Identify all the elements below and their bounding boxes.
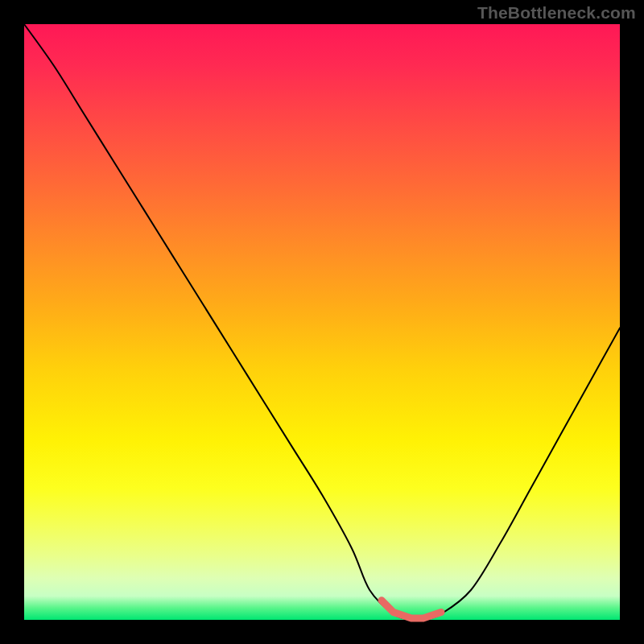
sweet-spot-marker bbox=[382, 601, 441, 618]
chart-plot-area bbox=[24, 24, 620, 620]
bottleneck-curve bbox=[24, 24, 620, 621]
watermark-text: TheBottleneck.com bbox=[477, 3, 636, 23]
bottleneck-curve-svg bbox=[24, 24, 620, 620]
